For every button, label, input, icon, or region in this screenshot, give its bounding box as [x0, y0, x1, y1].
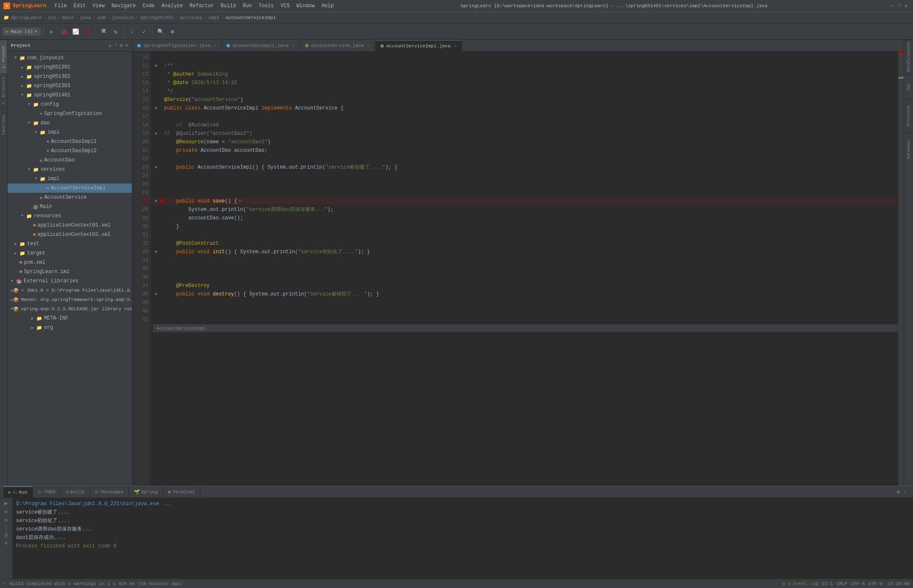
tree-node-impl-svc[interactable]: ▼ 📁 impl	[8, 174, 132, 183]
tab-close-icon[interactable]: ✕	[292, 43, 295, 48]
tab-springconfigutation[interactable]: SpringConfigutation.java ✕	[132, 40, 221, 51]
bc-spring051401[interactable]: spring051401	[140, 15, 174, 20]
menu-help[interactable]: Help	[318, 2, 337, 10]
sidebar-expand-icon[interactable]: ↕	[114, 42, 117, 49]
tab-accountserviceimpl[interactable]: AccountServiceImpl.java ✕	[375, 40, 462, 51]
bottom-tab-run[interactable]: ▶ 4: Run	[3, 486, 33, 498]
run-again-icon[interactable]: ▶	[4, 500, 8, 507]
bc-main[interactable]: main	[63, 15, 74, 20]
tree-node-accountserviceimpl[interactable]: ● AccountServiceImpl	[8, 183, 132, 193]
tree-node-test[interactable]: ▶ 📁 test	[8, 239, 132, 249]
bc-springlearn[interactable]: SpringLearn	[11, 15, 42, 20]
tree-node-org[interactable]: ▶ 📁 org	[8, 323, 132, 332]
menu-run[interactable]: Run	[239, 2, 255, 10]
tree-node-dao[interactable]: ▼ 📁 dao	[8, 118, 132, 128]
project-tab[interactable]: 1: Project	[0, 40, 7, 74]
settings-button[interactable]: ⚙	[167, 26, 178, 37]
tab-accountdaoimpl1[interactable]: AccountDaoImpl1.java ✕	[221, 40, 300, 51]
tree-node-applicationcontext02[interactable]: ■ applicationContext02.xml	[8, 230, 132, 239]
tree-node-impl-dao[interactable]: ▼ 📁 impl	[8, 128, 132, 137]
minimize-panel-icon[interactable]: –	[903, 489, 906, 495]
fold-icon[interactable]: ▶	[153, 104, 160, 112]
minimize-btn[interactable]: –	[891, 2, 894, 9]
git-update[interactable]: ↓	[127, 26, 138, 37]
menu-analyze[interactable]: Analyze	[158, 2, 186, 10]
menu-build[interactable]: Build	[217, 2, 239, 10]
bc-src[interactable]: src	[48, 15, 56, 20]
rerun-icon[interactable]: ↻	[5, 517, 8, 523]
bp-area[interactable]	[160, 197, 164, 205]
bc-com[interactable]: com	[97, 15, 106, 20]
print-icon[interactable]: ⎙	[5, 533, 8, 539]
tree-node-spring051301[interactable]: ▶ 📁 spring051301	[8, 63, 132, 72]
menu-edit[interactable]: Edit	[70, 2, 89, 10]
bc-jinyuxin[interactable]: jinyuxin	[112, 15, 134, 20]
fold-icon[interactable]: ▶	[153, 129, 160, 138]
git-commit[interactable]: ✓	[139, 26, 150, 37]
fold-icon[interactable]: ▶	[153, 163, 160, 172]
tree-node-meta-inf[interactable]: ▶ 📁 META-INF	[8, 314, 132, 323]
tab-accountservice[interactable]: AccountService.java ✕	[300, 40, 375, 51]
menu-navigate[interactable]: Navigate	[108, 2, 139, 10]
stop-run-icon[interactable]: ■	[4, 509, 8, 515]
panel-notifications[interactable]: Notifications	[904, 40, 913, 74]
tree-node-config[interactable]: ▼ 📁 config	[8, 100, 132, 109]
menu-vcs[interactable]: VCS	[277, 2, 293, 10]
favorites-tab[interactable]: Favorites	[0, 107, 7, 141]
bc-java[interactable]: java	[80, 15, 91, 20]
scroll-end-icon[interactable]: ↓	[5, 525, 8, 531]
bottom-tab-messages[interactable]: 0: Messages	[90, 486, 129, 498]
code-content[interactable]: ▶ /** * @auther SamuelKing * @date 2020/…	[151, 52, 898, 486]
tree-node-external-libraries[interactable]: ▼ 📚 External Libraries	[8, 276, 132, 286]
sidebar-close-icon[interactable]: ✕	[126, 42, 128, 49]
bottom-tab-build[interactable]: ⚒ Build	[61, 486, 90, 498]
rebuild-button[interactable]: ↻	[110, 26, 121, 37]
menu-tools[interactable]: Tools	[255, 2, 277, 10]
panel-structure[interactable]: Structure	[904, 99, 913, 133]
tree-node-spring051303[interactable]: ▶ 📁 spring051303	[8, 81, 132, 90]
build-button[interactable]: 🛠	[98, 26, 109, 37]
tree-node-pom[interactable]: ■ pom.xml	[8, 258, 132, 267]
right-scroll-gutter[interactable]	[898, 52, 904, 486]
tree-node-spring051401[interactable]: ▼ 📁 spring051401	[8, 90, 132, 100]
fold-icon[interactable]: ▶	[153, 197, 160, 205]
bottom-tab-spring[interactable]: 🌱 Spring	[129, 486, 164, 498]
menu-code[interactable]: Code	[139, 2, 158, 10]
tree-node-spring-aop-jar[interactable]: ▼ 📦 spring-aop-5.2.5.RELEASE.jar library…	[8, 304, 132, 314]
maximize-btn[interactable]: □	[898, 2, 901, 9]
tree-node-services[interactable]: ▼ 📁 services	[8, 165, 132, 174]
event-log[interactable]: ⚙ 1 Event Log	[782, 581, 818, 586]
sidebar-gear-icon[interactable]: ⚙	[120, 42, 123, 49]
stop-button[interactable]: ■	[82, 26, 93, 37]
tree-node-spring051302[interactable]: ▶ 📁 spring051302	[8, 72, 132, 81]
tree-node-target[interactable]: ▶ 📁 target	[8, 249, 132, 258]
bc-services[interactable]: services	[180, 15, 202, 20]
panel-ant[interactable]: Ant	[904, 74, 913, 99]
tree-node-resources[interactable]: ▼ 📁 resources	[8, 211, 132, 221]
close-panel-icon[interactable]: ✕	[5, 540, 8, 547]
tree-node-main[interactable]: ⬤ Main	[8, 202, 132, 211]
settings-icon[interactable]: ⚙	[897, 489, 900, 495]
structure-tab-left[interactable]: 2: Structure	[0, 74, 7, 107]
tab-close-icon[interactable]: ✕	[367, 43, 370, 48]
fold-icon[interactable]: ▶	[153, 290, 160, 298]
bc-impl[interactable]: impl	[208, 15, 219, 20]
tree-node-accountdao-interface[interactable]: ◉ AccountDao	[8, 156, 132, 165]
fold-icon[interactable]: ▶	[153, 248, 160, 256]
menu-window[interactable]: Window	[293, 2, 318, 10]
tree-node-com-jinyuxin[interactable]: ▼ 📁 com.jinyuxin	[8, 53, 132, 63]
menu-file[interactable]: File	[51, 2, 70, 10]
tree-node-springconfigutation[interactable]: ● SpringConfigutation	[8, 109, 132, 118]
run-button[interactable]: ▶	[46, 26, 57, 37]
tab-close-icon[interactable]: ✕	[454, 44, 456, 49]
tab-close-icon[interactable]: ✕	[213, 43, 216, 48]
menu-refactor[interactable]: Refactor	[186, 2, 218, 10]
tree-node-accountdaoimpl1[interactable]: ● AccountDaoImpl1	[8, 137, 132, 146]
sidebar-sync-icon[interactable]: ↻	[109, 42, 112, 49]
tree-node-applicationcontext01[interactable]: ■ applicationContext01.xml	[8, 221, 132, 230]
run-with-coverage[interactable]: 📈	[70, 26, 81, 37]
run-config-selector[interactable]: ▶ Main (3) ▼	[3, 27, 41, 36]
run-output-text[interactable]: D:\Program Files\Java\jdk1.8.0_221\bin\j…	[13, 498, 913, 579]
bottom-tab-terminal[interactable]: ▶ Terminal	[164, 486, 200, 498]
fold-icon[interactable]: ▶	[153, 62, 160, 70]
